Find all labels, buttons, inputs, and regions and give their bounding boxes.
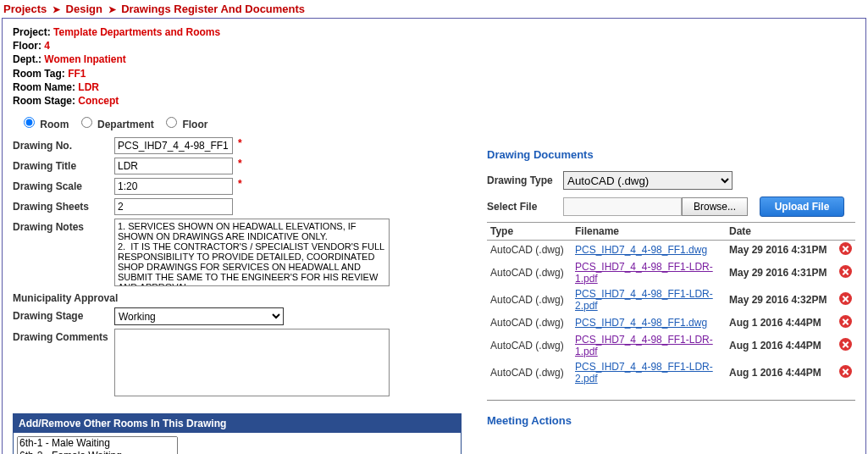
drawing-title-input[interactable]	[114, 158, 233, 174]
chevron-icon: ➤	[106, 4, 119, 14]
radio-room-input[interactable]	[24, 117, 35, 128]
required-asterisk: *	[238, 137, 242, 149]
drawing-notes-textarea[interactable]	[114, 219, 390, 286]
delete-icon[interactable]	[839, 338, 852, 351]
drawing-no-input[interactable]	[114, 137, 233, 154]
cell-filename: PCS_IHD7_4_4-98_FF1-LDR-2.pdf	[572, 359, 726, 386]
table-row: AutoCAD (.dwg)PCS_IHD7_4_4-98_FF1-LDR-2.…	[487, 286, 855, 313]
radio-floor[interactable]: Floor	[162, 119, 207, 130]
col-filename: Filename	[572, 223, 726, 241]
project-value: Template Departments and Rooms	[53, 26, 220, 38]
cell-type: AutoCAD (.dwg)	[487, 313, 572, 332]
drawing-comments-textarea[interactable]	[114, 329, 390, 396]
delete-icon[interactable]	[839, 315, 852, 328]
documents-table: Type Filename Date AutoCAD (.dwg)PCS_IHD…	[487, 222, 855, 386]
crumb-register[interactable]: Drawings Register And Documents	[121, 3, 305, 15]
file-link[interactable]: PCS_IHD7_4_4-98_FF1.dwg	[575, 244, 707, 256]
radio-floor-input[interactable]	[166, 117, 177, 128]
file-link[interactable]: PCS_IHD7_4_4-98_FF1-LDR-1.pdf	[575, 334, 713, 357]
meeting-actions-heading: Meeting Actions	[487, 414, 855, 427]
roomtag-value: FF1	[68, 68, 86, 80]
drawing-stage-label: Drawing Stage	[13, 307, 114, 322]
drawing-comments-label: Drawing Comments	[13, 329, 114, 343]
browse-button[interactable]: Browse...	[682, 197, 748, 216]
table-row: AutoCAD (.dwg)PCS_IHD7_4_4-98_FF1.dwgMay…	[487, 241, 855, 260]
col-type: Type	[487, 223, 572, 241]
cell-type: AutoCAD (.dwg)	[487, 286, 572, 313]
drawing-stage-select[interactable]: Working	[114, 307, 284, 325]
rooms-available-select[interactable]: 6th-1 - Male Waiting 6th-2 - Female Wait…	[17, 436, 178, 454]
file-link[interactable]: PCS_IHD7_4_4-98_FF1-LDR-2.pdf	[575, 288, 713, 312]
breadcrumb: Projects ➤ Design ➤ Drawings Register An…	[0, 0, 868, 18]
cell-date: Aug 1 2016 4:44PM	[726, 332, 836, 359]
table-row: AutoCAD (.dwg)PCS_IHD7_4_4-98_FF1-LDR-1.…	[487, 259, 855, 286]
cell-date: Aug 1 2016 4:44PM	[726, 313, 836, 332]
cell-date: May 29 2016 4:31PM	[726, 259, 836, 286]
drawing-documents-heading: Drawing Documents	[487, 148, 855, 161]
drawing-type-select[interactable]: AutoCAD (.dwg)	[563, 171, 733, 190]
cell-filename: PCS_IHD7_4_4-98_FF1.dwg	[572, 241, 726, 260]
cell-filename: PCS_IHD7_4_4-98_FF1-LDR-1.pdf	[572, 259, 726, 286]
delete-icon[interactable]	[839, 265, 852, 278]
cell-date: May 29 2016 4:31PM	[726, 241, 836, 260]
roomstage-value: Concept	[78, 95, 119, 107]
crumb-design[interactable]: Design	[66, 3, 102, 15]
crumb-projects[interactable]: Projects	[3, 3, 47, 15]
roomname-value: LDR	[78, 81, 99, 93]
radio-room[interactable]: Room	[19, 119, 69, 130]
cell-type: AutoCAD (.dwg)	[487, 259, 572, 286]
required-asterisk: *	[238, 158, 242, 169]
floor-label: Floor:	[13, 40, 41, 52]
roomtag-label: Room Tag:	[13, 68, 65, 80]
project-label: Project:	[13, 26, 51, 38]
cell-date: May 29 2016 4:32PM	[726, 286, 836, 313]
divider	[487, 400, 855, 401]
cell-filename: PCS_IHD7_4_4-98_FF1-LDR-1.pdf	[572, 332, 726, 359]
drawing-scale-label: Drawing Scale	[13, 178, 114, 192]
file-link[interactable]: PCS_IHD7_4_4-98_FF1.dwg	[575, 317, 707, 329]
col-date: Date	[726, 223, 836, 241]
cell-type: AutoCAD (.dwg)	[487, 241, 572, 260]
addremove-title: Add/Remove Other Rooms In This Drawing	[14, 414, 461, 433]
drawing-title-label: Drawing Title	[13, 158, 114, 172]
delete-icon[interactable]	[839, 365, 852, 378]
drawing-scale-input[interactable]	[114, 178, 233, 195]
drawing-notes-label: Drawing Notes	[13, 219, 114, 233]
file-name-box	[563, 197, 682, 216]
radio-dept-input[interactable]	[81, 117, 92, 128]
dept-value: Women Inpatient	[44, 53, 125, 65]
floor-value: 4	[44, 40, 50, 52]
drawing-no-label: Drawing No.	[13, 137, 114, 152]
file-link[interactable]: PCS_IHD7_4_4-98_FF1-LDR-2.pdf	[575, 361, 713, 385]
roomname-label: Room Name:	[13, 81, 75, 93]
drawing-type-label: Drawing Type	[487, 174, 563, 186]
file-link[interactable]: PCS_IHD7_4_4-98_FF1-LDR-1.pdf	[575, 261, 713, 285]
drawing-sheets-input[interactable]	[114, 198, 233, 215]
cell-filename: PCS_IHD7_4_4-98_FF1.dwg	[572, 313, 726, 332]
room-option[interactable]: 6th-2 - Female Waiting	[18, 450, 177, 454]
roomstage-label: Room Stage:	[13, 95, 75, 107]
table-row: AutoCAD (.dwg)PCS_IHD7_4_4-98_FF1-LDR-1.…	[487, 332, 855, 359]
table-row: AutoCAD (.dwg)PCS_IHD7_4_4-98_FF1-LDR-2.…	[487, 359, 855, 386]
municipality-label: Municipality Approval	[13, 290, 140, 304]
radio-dept[interactable]: Department	[77, 119, 154, 130]
cell-filename: PCS_IHD7_4_4-98_FF1-LDR-2.pdf	[572, 286, 726, 313]
delete-icon[interactable]	[839, 292, 852, 305]
addremove-panel: Add/Remove Other Rooms In This Drawing 6…	[13, 413, 462, 454]
room-option[interactable]: 6th-1 - Male Waiting	[18, 437, 177, 450]
select-file-label: Select File	[487, 201, 563, 213]
drawing-sheets-label: Drawing Sheets	[13, 198, 114, 213]
cell-date: Aug 1 2016 4:44PM	[726, 359, 836, 386]
table-row: AutoCAD (.dwg)PCS_IHD7_4_4-98_FF1.dwgAug…	[487, 313, 855, 332]
delete-icon[interactable]	[839, 242, 852, 255]
chevron-icon: ➤	[50, 4, 63, 14]
cell-type: AutoCAD (.dwg)	[487, 359, 572, 386]
cell-type: AutoCAD (.dwg)	[487, 332, 572, 359]
required-asterisk: *	[238, 178, 242, 190]
dept-label: Dept.:	[13, 53, 41, 65]
upload-button[interactable]: Upload File	[760, 197, 844, 217]
